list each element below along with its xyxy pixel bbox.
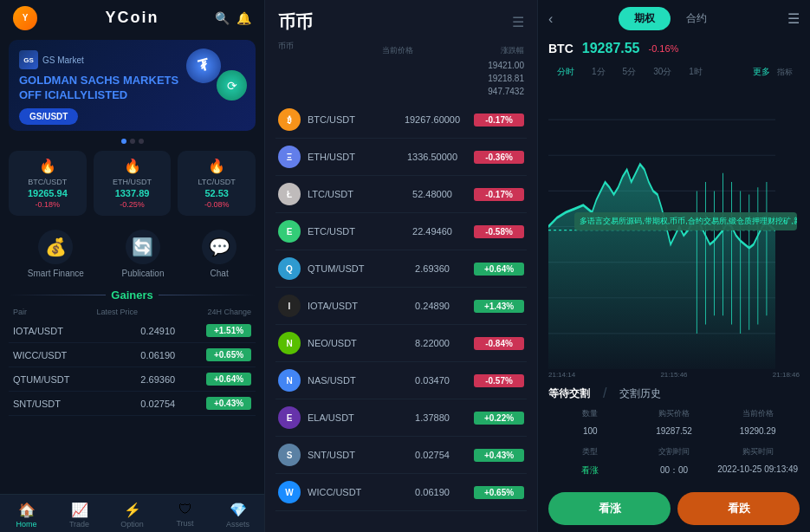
panel2-menu-icon[interactable]: ☰ xyxy=(512,14,524,30)
nav-home[interactable]: 🏠 Home xyxy=(0,502,53,529)
nav-trust[interactable]: 🛡 Trust xyxy=(159,502,211,529)
indicator-button[interactable]: 指标 xyxy=(770,64,800,81)
trade-tabs: 等待交割 / 交割历史 xyxy=(548,386,800,401)
table-row[interactable]: WICC/USDT 0.06190 +0.65% xyxy=(9,343,256,367)
coin-icon: E xyxy=(278,406,301,429)
btc-change-display: -0.16% xyxy=(649,43,679,54)
gainers-table: Pair Latest Price 24H Change IOTA/USDT 0… xyxy=(0,305,264,416)
trade-row: 100 19287.52 19290.29 xyxy=(548,423,800,439)
coin-change: -0.17% xyxy=(474,114,524,127)
trade-table-header: 数量 购买价格 当前价格 xyxy=(548,405,800,423)
chart-header: ‹ 期权 合约 ☰ xyxy=(538,0,810,37)
price-card-ltc[interactable]: 🔥 LTC/USDT 52.53 -0.08% xyxy=(178,151,256,216)
coin-name: LTC/USDT xyxy=(308,189,391,199)
coin-list-item[interactable]: N NAS/USDT 0.03470 -0.57% xyxy=(275,362,527,399)
ycoin-panel: Y YCoin 🔍 🔔 GS GS Market GOLDMAN SACHS M… xyxy=(0,0,264,532)
chart-menu-icon[interactable]: ☰ xyxy=(787,10,800,27)
tab-more[interactable]: 更多 xyxy=(753,66,770,78)
trade-divider: / xyxy=(603,386,606,401)
coin-name: BTC/USDT xyxy=(308,114,391,125)
nav-option[interactable]: ⚡ Option xyxy=(106,502,159,529)
btc-price: 19265.94 xyxy=(16,188,80,198)
gainers-title: Gainers xyxy=(111,289,152,302)
btc-chart-panel: ‹ 期权 合约 ☰ BTC 19287.55 -0.16% 分时 1分 5分 3… xyxy=(537,0,810,532)
publication-menu-item[interactable]: 🔄 Publication xyxy=(122,230,165,278)
coin-list-item[interactable]: I IOTA/USDT 0.24890 +1.43% xyxy=(275,288,527,325)
price-card-btc[interactable]: 🔥 BTC/USDT 19265.94 -0.18% xyxy=(9,151,87,216)
coin-list-item[interactable]: N NEO/USDT 8.22000 -0.84% xyxy=(275,325,527,362)
coin-list-item[interactable]: Ξ ETH/USDT 1336.50000 -0.36% xyxy=(275,139,527,176)
search-icon[interactable]: 🔍 xyxy=(215,11,230,25)
price-card-eth[interactable]: 🔥 ETH/USDT 1337.89 -0.25% xyxy=(94,151,172,216)
coin-change: +0.64% xyxy=(474,263,524,276)
banner[interactable]: GS GS Market GOLDMAN SACHS MARKETS OFF I… xyxy=(9,40,256,131)
th-buy-price: 购买价格 xyxy=(632,408,716,419)
ltc-pair: LTC/USDT xyxy=(185,178,249,186)
chat-icon: 💬 xyxy=(202,230,237,264)
price-num-3: 947.7432 xyxy=(488,86,524,98)
coin-list-item[interactable]: W WICC/USDT 0.06190 +0.65% xyxy=(275,474,527,511)
btc-change: -0.18% xyxy=(16,200,80,209)
tab-options[interactable]: 期权 xyxy=(619,7,671,30)
row-pair: SNT/USDT xyxy=(13,399,110,409)
nav-home-label: Home xyxy=(16,520,36,529)
gainers-header: Gainers xyxy=(0,285,264,305)
home-icon: 🏠 xyxy=(18,502,36,518)
tab-realtime[interactable]: 分时 xyxy=(548,63,583,81)
nav-trade[interactable]: 📈 Trade xyxy=(53,502,106,529)
bull-button[interactable]: 看涨 xyxy=(548,492,671,525)
row-change: +0.65% xyxy=(206,348,251,361)
col-coinname: 币币 xyxy=(278,41,294,52)
coin-change: -0.17% xyxy=(474,188,524,201)
coin-list-item[interactable]: ₿ BTC/USDT 19267.60000 -0.17% xyxy=(275,101,527,139)
chart-area: 19305.00 19300.00 19295.00 19290.00 1928… xyxy=(548,84,810,369)
th-cur-price: 当前价格 xyxy=(716,408,800,419)
chart-tooltip: 多语言交易所源码,带期权,币币,合约交易所,锻仓质押理财挖矿,新币认购,带抢 xyxy=(574,212,797,230)
td-qty: 100 xyxy=(548,426,632,436)
coin-list-item[interactable]: Ł LTC/USDT 52.48000 -0.17% xyxy=(275,176,527,213)
chat-menu-item[interactable]: 💬 Chat xyxy=(202,230,237,278)
coin-list-item[interactable]: Q QTUM/USDT 2.69360 +0.64% xyxy=(275,250,527,288)
nav-assets-label: Assets xyxy=(226,520,249,529)
time-label-2: 21:15:46 xyxy=(660,371,687,379)
coin-price: 0.24890 xyxy=(391,301,474,311)
publication-label: Publication xyxy=(122,269,165,278)
coin-list-item[interactable]: S SNT/USDT 0.02754 +0.43% xyxy=(275,437,527,474)
col-change: 24H Change xyxy=(207,308,251,316)
back-button[interactable]: ‹ xyxy=(548,11,553,27)
coin-name: ELA/USDT xyxy=(308,412,391,423)
tab-history[interactable]: 交割历史 xyxy=(619,386,661,401)
coin-list-item[interactable]: E ELA/USDT 1.37880 +0.22% xyxy=(275,399,527,437)
col-change-pct: 涨跌幅 xyxy=(501,46,524,55)
table-row[interactable]: IOTA/USDT 0.24910 +1.51% xyxy=(9,319,256,343)
nav-assets[interactable]: 💎 Assets xyxy=(211,502,264,529)
tab-futures[interactable]: 合约 xyxy=(671,7,723,30)
col-price: Latest Price xyxy=(96,308,138,316)
chat-label: Chat xyxy=(211,269,229,278)
coin-price: 22.49460 xyxy=(391,226,474,237)
price-cards: 🔥 BTC/USDT 19265.94 -0.18% 🔥 ETH/USDT 13… xyxy=(0,144,264,223)
th-trade-time: 交割时间 xyxy=(632,446,716,457)
eth-price: 1337.89 xyxy=(100,188,165,198)
table-row[interactable]: QTUM/USDT 2.69360 +0.64% xyxy=(9,367,256,392)
row-price: 2.69360 xyxy=(110,374,207,385)
tab-5m[interactable]: 5分 xyxy=(614,63,645,81)
coin-list: ₿ BTC/USDT 19267.60000 -0.17% Ξ ETH/USDT… xyxy=(265,101,537,532)
tab-pending[interactable]: 等待交割 xyxy=(548,386,590,401)
table-row[interactable]: SNT/USDT 0.02754 +0.43% xyxy=(9,392,256,416)
chart-tabs: 期权 合约 xyxy=(619,7,723,30)
trade-section: 等待交割 / 交割历史 数量 购买价格 当前价格 100 19287.52 19… xyxy=(538,380,810,485)
nav-option-label: Option xyxy=(120,520,144,529)
th-type: 类型 xyxy=(548,446,632,457)
smart-finance-menu-item[interactable]: 💰 Smart Finance xyxy=(28,230,84,278)
coin-list-item[interactable]: Ε ETC/USDT 22.49460 -0.58% xyxy=(275,213,527,250)
coin-price: 2.69360 xyxy=(391,263,474,274)
coin-change: +0.22% xyxy=(474,412,524,425)
tab-1h[interactable]: 1时 xyxy=(680,63,711,81)
tab-30m[interactable]: 30分 xyxy=(645,63,680,81)
tab-1m[interactable]: 1分 xyxy=(583,63,614,81)
smart-finance-icon: 💰 xyxy=(38,230,73,264)
bear-button[interactable]: 看跌 xyxy=(677,492,800,525)
notification-icon[interactable]: 🔔 xyxy=(237,11,251,25)
row-change: +1.51% xyxy=(206,324,251,337)
